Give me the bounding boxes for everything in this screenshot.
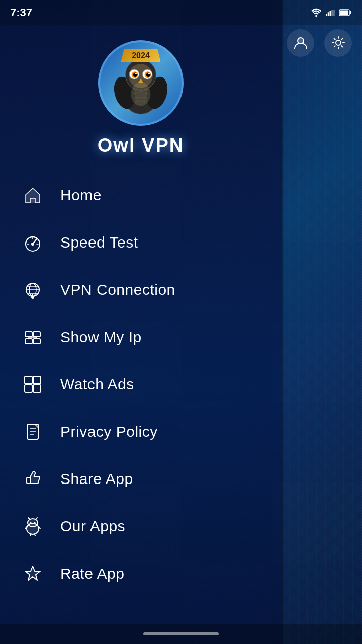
share-app-icon [20, 466, 45, 492]
watch-ads-icon [20, 372, 45, 397]
top-bar [80, 25, 362, 60]
svg-point-0 [315, 15, 317, 17]
status-bar: 7:37 [0, 0, 362, 25]
svg-point-24 [135, 73, 137, 74]
privacy-policy-label: Privacy Policy [60, 423, 158, 440]
svg-rect-45 [25, 376, 32, 384]
battery-icon [339, 9, 352, 17]
svg-rect-41 [33, 339, 40, 344]
speed-test-label: Speed Test [60, 234, 138, 251]
profile-icon-button[interactable] [287, 29, 314, 57]
svg-rect-3 [330, 11, 331, 16]
svg-rect-28 [30, 198, 35, 203]
svg-point-56 [34, 522, 36, 524]
wifi-icon [311, 8, 322, 17]
watch-ads-label: Watch Ads [60, 376, 134, 393]
menu-item-privacy-policy[interactable]: Privacy Policy [10, 408, 272, 455]
svg-rect-48 [33, 385, 41, 392]
our-apps-label: Our Apps [60, 518, 125, 535]
svg-line-62 [35, 534, 35, 536]
svg-rect-4 [331, 10, 333, 16]
bottom-handle [143, 632, 219, 635]
drawer-shadow [282, 0, 284, 644]
show-my-ip-label: Show My Ip [60, 329, 142, 346]
our-apps-icon [20, 514, 45, 539]
menu-item-our-apps[interactable]: Our Apps [10, 503, 272, 550]
settings-icon-button[interactable] [324, 29, 352, 57]
vpn-connection-label: VPN Connection [60, 281, 175, 298]
privacy-policy-icon [20, 419, 45, 444]
svg-rect-8 [350, 11, 351, 14]
navigation-drawer: 2024 [0, 0, 282, 644]
share-app-label: Share App [60, 470, 133, 488]
svg-rect-38 [25, 332, 32, 337]
svg-point-36 [31, 296, 34, 299]
menu-item-vpn-connection[interactable]: VPN Connection [10, 266, 272, 313]
speed-test-icon [20, 230, 45, 255]
svg-rect-7 [340, 11, 348, 15]
menu-item-share-app[interactable]: Share App [10, 455, 272, 503]
status-icons [311, 8, 352, 17]
svg-point-25 [148, 73, 150, 74]
svg-rect-5 [333, 10, 335, 16]
vpn-connection-icon [20, 277, 45, 302]
svg-point-10 [336, 40, 341, 45]
show-my-ip-icon [20, 325, 45, 350]
menu-item-show-my-ip[interactable]: Show My Ip [10, 313, 272, 361]
svg-rect-2 [328, 12, 329, 16]
svg-marker-63 [25, 566, 40, 580]
svg-rect-40 [25, 339, 32, 344]
svg-point-55 [30, 522, 32, 524]
svg-rect-1 [326, 14, 327, 16]
svg-line-61 [30, 534, 31, 536]
svg-point-27 [131, 82, 151, 106]
svg-rect-39 [33, 332, 40, 337]
menu-item-speed-test[interactable]: Speed Test [10, 219, 272, 266]
app-name: Owl VPN [98, 135, 184, 156]
bottom-bar [0, 624, 362, 644]
menu-list: Home Speed Test [0, 172, 282, 597]
menu-item-home[interactable]: Home [10, 172, 272, 219]
svg-point-30 [31, 243, 34, 246]
menu-item-rate-app[interactable]: Rate App [10, 550, 272, 597]
menu-item-watch-ads[interactable]: Watch Ads [10, 361, 272, 408]
home-label: Home [60, 187, 102, 204]
svg-line-57 [28, 518, 30, 519]
svg-rect-47 [25, 385, 32, 392]
home-icon [20, 183, 45, 208]
signal-icon [326, 8, 335, 17]
svg-point-54 [28, 519, 38, 527]
rate-app-label: Rate App [60, 565, 124, 582]
svg-line-58 [36, 518, 37, 519]
status-time: 7:37 [10, 6, 32, 19]
svg-rect-46 [33, 376, 41, 384]
rate-app-icon [20, 561, 45, 586]
